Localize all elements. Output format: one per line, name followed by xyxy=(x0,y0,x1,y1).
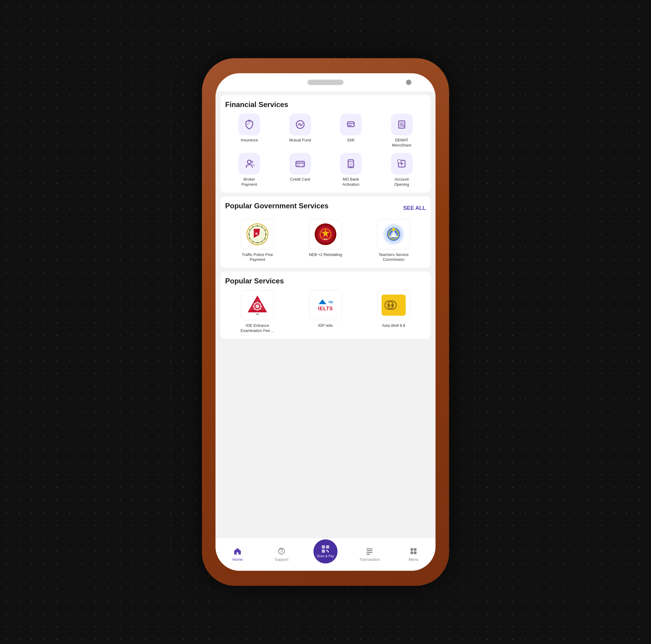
pop-item-asta-wolf[interactable]: 8.8 Asta Wolf 8.8 xyxy=(361,290,426,333)
transaction-icon xyxy=(365,547,374,555)
idp-label: IDP Ielts xyxy=(318,323,333,328)
svg-rect-65 xyxy=(367,554,370,555)
service-item-mo-bank[interactable]: MO BankActivation xyxy=(327,153,375,187)
scan-pay-fab[interactable]: Scan & Pay xyxy=(313,540,338,563)
asta-wolf-icon: 8.8 xyxy=(384,299,403,311)
svg-rect-61 xyxy=(328,551,329,552)
phone-body: Financial Services Insurance xyxy=(216,73,435,571)
emi-icon-wrap xyxy=(340,114,362,135)
financial-services-section: Financial Services Insurance xyxy=(220,95,431,193)
svg-rect-62 xyxy=(367,548,373,549)
transaction-nav-label: Transaction xyxy=(359,557,379,562)
credit-card-label: Credit Card xyxy=(290,177,310,182)
menu-icon xyxy=(409,547,418,555)
support-nav-label: Support xyxy=(275,557,288,562)
insurance-label: Insurance xyxy=(241,138,258,143)
mutual-fund-label: Mutual Fund xyxy=(289,138,311,143)
home-nav-label: Home xyxy=(232,557,243,562)
nav-item-home[interactable]: Home xyxy=(216,547,259,562)
phone-frame: Financial Services Insurance xyxy=(202,58,449,586)
emi-label: EMI xyxy=(347,138,354,143)
popular-services-title: Popular Services xyxy=(225,277,426,285)
broker-label: BrokerPayment xyxy=(242,177,257,187)
bottom-spacer xyxy=(216,342,435,348)
nav-item-support[interactable]: Support xyxy=(259,547,304,562)
svg-rect-68 xyxy=(410,551,413,554)
gov-item-tsc[interactable]: Teachers ServiceCommission xyxy=(361,219,426,263)
service-item-credit-card[interactable]: Credit Card xyxy=(276,153,324,187)
popular-services-section: Popular Services xyxy=(220,271,431,339)
pop-item-idp[interactable]: idp IELTS IDP Ielts xyxy=(293,290,358,333)
svg-rect-69 xyxy=(414,551,416,554)
svg-point-11 xyxy=(247,160,251,164)
asta-wolf-logo: 8.8 xyxy=(381,295,406,316)
svg-rect-64 xyxy=(367,552,373,553)
service-item-mutual-fund[interactable]: Mutual Fund xyxy=(276,114,324,148)
service-item-account-opening[interactable]: AccountOpening xyxy=(378,153,426,187)
service-item-broker[interactable]: BrokerPayment xyxy=(225,153,274,187)
account-opening-label: AccountOpening xyxy=(394,177,409,187)
insurance-icon xyxy=(244,119,255,130)
support-icon xyxy=(277,547,286,555)
credit-card-icon-wrap xyxy=(289,153,311,175)
idp-ielts-logo: idp IELTS xyxy=(318,299,333,311)
idp-triangle-icon xyxy=(318,299,327,305)
nav-item-menu[interactable]: Menu xyxy=(392,547,435,562)
phone-top-bar xyxy=(216,73,435,91)
insurance-icon-wrap xyxy=(239,114,260,135)
account-opening-icon-wrap xyxy=(391,153,412,175)
ioe-logo-wrap: IOE xyxy=(241,290,274,320)
broker-icon xyxy=(244,158,255,170)
gov-services-header: Popular Government Services SEE ALL xyxy=(225,202,426,215)
svg-text:NEB: NEB xyxy=(324,238,328,240)
neb-logo: NEB xyxy=(313,222,338,246)
gov-item-neb[interactable]: NEB NEB +2 Retotalling xyxy=(293,219,358,263)
svg-text:8.8: 8.8 xyxy=(388,303,393,308)
service-item-insurance[interactable]: Insurance xyxy=(225,114,274,148)
demat-icon xyxy=(396,119,407,130)
tsc-logo-wrap xyxy=(377,219,410,249)
pop-item-ioe[interactable]: IOE IOE EntranceExamination Fee ... xyxy=(225,290,290,333)
svg-marker-48 xyxy=(318,299,327,304)
mo-bank-icon xyxy=(345,158,356,170)
asta-wolf-logo-wrap: 8.8 xyxy=(377,290,410,320)
nav-item-transaction[interactable]: Transaction xyxy=(347,547,392,562)
traffic-police-logo-wrap xyxy=(241,219,274,249)
scan-pay-fab-label: Scan & Pay xyxy=(317,554,334,558)
mo-bank-label: MO BankActivation xyxy=(342,177,359,187)
svg-point-42 xyxy=(392,228,395,231)
credit-card-icon xyxy=(294,158,306,170)
menu-nav-label: Menu xyxy=(409,557,418,562)
asta-wolf-label: Asta Wolf 8.8 xyxy=(382,323,405,328)
tsc-label: Teachers ServiceCommission xyxy=(378,252,409,263)
demat-label: DEMATMeroShare xyxy=(392,138,411,148)
svg-rect-57 xyxy=(323,546,324,548)
svg-point-2 xyxy=(299,123,301,126)
phone-camera xyxy=(406,80,411,85)
svg-rect-58 xyxy=(323,551,324,552)
bottom-navigation: Home Support xyxy=(216,538,435,571)
mutual-fund-icon-wrap xyxy=(289,114,311,135)
svg-marker-44 xyxy=(250,299,265,310)
demat-icon-wrap xyxy=(391,114,412,135)
traffic-police-label: Traffic Police FinePayment xyxy=(242,252,273,263)
svg-rect-67 xyxy=(414,548,416,551)
qr-scan-icon xyxy=(321,545,330,553)
nav-item-scan-pay[interactable]: Scan & Pay xyxy=(304,540,347,570)
svg-rect-66 xyxy=(410,548,413,551)
mo-bank-icon-wrap xyxy=(340,153,362,175)
svg-rect-21 xyxy=(349,163,352,165)
service-item-emi[interactable]: EMI xyxy=(327,114,375,148)
service-item-demat[interactable]: DEMATMeroShare xyxy=(378,114,426,148)
svg-point-6 xyxy=(350,125,351,126)
svg-rect-63 xyxy=(367,550,373,551)
ioe-label: IOE EntranceExamination Fee ... xyxy=(241,323,274,333)
gov-item-traffic-police[interactable]: Traffic Police FinePayment xyxy=(225,219,290,263)
see-all-gov-button[interactable]: SEE ALL xyxy=(403,205,426,211)
idp-logo-wrap: idp IELTS xyxy=(309,290,342,320)
traffic-police-logo xyxy=(245,222,270,246)
broker-icon-wrap xyxy=(239,153,260,175)
svg-rect-60 xyxy=(327,550,328,551)
svg-point-5 xyxy=(348,125,350,126)
gov-services-title: Popular Government Services xyxy=(225,202,329,210)
